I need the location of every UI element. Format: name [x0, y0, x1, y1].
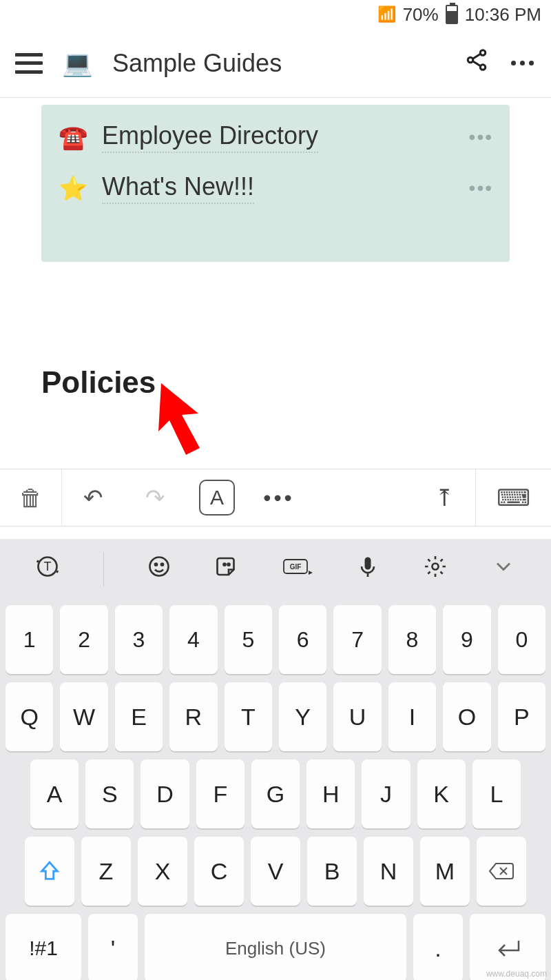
guide-card: ☎️ Employee Directory ••• ⭐ What's New!!… [41, 105, 510, 262]
gif-icon[interactable]: GIF [282, 554, 313, 584]
key-s[interactable]: S [85, 759, 134, 828]
key-p[interactable]: P [498, 682, 545, 751]
key-j[interactable]: J [362, 759, 410, 828]
key-a[interactable]: A [30, 759, 79, 828]
delete-icon[interactable]: 🗑 [0, 469, 62, 526]
undo-icon[interactable]: ↶ [62, 469, 124, 526]
key-f[interactable]: F [196, 759, 245, 828]
svg-marker-15 [309, 571, 313, 575]
key-n[interactable]: N [364, 837, 413, 906]
key-u[interactable]: U [333, 682, 381, 751]
key-o[interactable]: O [443, 682, 490, 751]
keyboard-toggle-icon[interactable]: ⌨ [475, 469, 551, 526]
key-m[interactable]: M [420, 837, 470, 906]
toolbar-more-icon[interactable]: ••• [248, 469, 310, 526]
key-3[interactable]: 3 [115, 605, 163, 674]
key-row-3: Z X C V B N M [6, 837, 545, 906]
key-h[interactable]: H [306, 759, 355, 828]
collapse-icon[interactable] [491, 554, 516, 584]
divider [103, 552, 104, 586]
key-v[interactable]: V [251, 837, 300, 906]
key-c[interactable]: C [194, 837, 244, 906]
sticker-icon[interactable] [214, 554, 239, 584]
key-e[interactable]: E [115, 682, 163, 751]
key-5[interactable]: 5 [225, 605, 272, 674]
svg-point-12 [228, 564, 230, 566]
key-symbols[interactable]: !#1 [6, 914, 81, 980]
key-r[interactable]: R [169, 682, 217, 751]
mic-icon[interactable] [355, 554, 380, 584]
page-title: Sample Guides [112, 49, 445, 78]
link-employee-directory[interactable]: Employee Directory [102, 121, 318, 153]
key-period[interactable]: . [413, 914, 463, 980]
key-x[interactable]: X [138, 837, 187, 906]
svg-line-4 [472, 61, 481, 67]
row-more-icon[interactable]: ••• [469, 177, 493, 199]
key-space[interactable]: English (US) [145, 914, 406, 980]
svg-point-8 [149, 558, 168, 576]
svg-marker-5 [158, 383, 200, 455]
scroll-top-icon[interactable]: ⤒ [413, 469, 475, 526]
laptop-icon: 💻 [62, 49, 93, 78]
heading-policies[interactable]: Policies [41, 365, 551, 400]
key-q[interactable]: Q [6, 682, 53, 751]
key-row-numbers: 1 2 3 4 5 6 7 8 9 0 [6, 605, 545, 674]
key-shift[interactable] [25, 837, 74, 906]
list-item: ☎️ Employee Directory ••• [41, 112, 510, 163]
overflow-menu-icon[interactable] [508, 61, 536, 65]
link-whats-new[interactable]: What's New!!! [102, 172, 254, 204]
star-icon: ⭐ [58, 174, 88, 202]
key-z[interactable]: Z [81, 837, 131, 906]
key-0[interactable]: 0 [498, 605, 545, 674]
watermark: www.deuaq.com [486, 969, 547, 979]
svg-point-18 [433, 564, 439, 570]
keyboard: 1 2 3 4 5 6 7 8 9 0 Q W E R T Y U I O P … [0, 600, 551, 980]
key-9[interactable]: 9 [443, 605, 490, 674]
text-format-icon: A [199, 480, 235, 515]
clock: 10:36 PM [465, 4, 541, 25]
svg-point-11 [224, 564, 226, 566]
key-row-2: A S D F G H J K L [6, 759, 545, 828]
key-w[interactable]: W [60, 682, 107, 751]
menu-icon[interactable] [15, 53, 43, 74]
battery-icon [446, 5, 458, 24]
list-item: ⭐ What's New!!! ••• [41, 163, 510, 214]
text-format-button[interactable]: A [186, 469, 248, 526]
key-backspace[interactable] [477, 837, 526, 906]
key-k[interactable]: K [417, 759, 466, 828]
emoji-icon[interactable] [147, 554, 171, 584]
text-scan-icon[interactable]: T [35, 554, 60, 584]
key-d[interactable]: D [141, 759, 189, 828]
key-b[interactable]: B [307, 837, 357, 906]
key-g[interactable]: G [251, 759, 300, 828]
key-4[interactable]: 4 [169, 605, 217, 674]
svg-line-3 [472, 54, 481, 59]
key-6[interactable]: 6 [279, 605, 326, 674]
key-1[interactable]: 1 [6, 605, 53, 674]
status-bar: 📶 70% 10:36 PM [0, 0, 551, 29]
row-more-icon[interactable]: ••• [469, 126, 493, 148]
key-y[interactable]: Y [279, 682, 326, 751]
key-row-4: !#1 ' English (US) . [6, 914, 545, 980]
key-2[interactable]: 2 [60, 605, 107, 674]
key-l[interactable]: L [472, 759, 521, 828]
share-icon[interactable] [464, 48, 489, 79]
svg-text:T: T [44, 560, 52, 573]
key-7[interactable]: 7 [333, 605, 381, 674]
key-i[interactable]: I [388, 682, 436, 751]
svg-point-10 [161, 564, 163, 566]
key-row-1: Q W E R T Y U I O P [6, 682, 545, 751]
key-t[interactable]: T [225, 682, 272, 751]
svg-point-9 [155, 564, 157, 566]
editor-toolbar: 🗑 ↶ ↷ A ••• ⤒ ⌨ [0, 469, 551, 527]
key-8[interactable]: 8 [388, 605, 436, 674]
settings-icon[interactable] [423, 554, 448, 584]
phone-icon: ☎️ [58, 123, 88, 151]
annotation-arrow-icon [156, 380, 218, 456]
svg-text:GIF: GIF [289, 563, 301, 571]
redo-icon: ↷ [124, 469, 186, 526]
svg-rect-16 [365, 558, 371, 570]
key-apostrophe[interactable]: ' [88, 914, 138, 980]
wifi-icon: 📶 [377, 6, 396, 23]
app-bar: 💻 Sample Guides [0, 29, 551, 98]
